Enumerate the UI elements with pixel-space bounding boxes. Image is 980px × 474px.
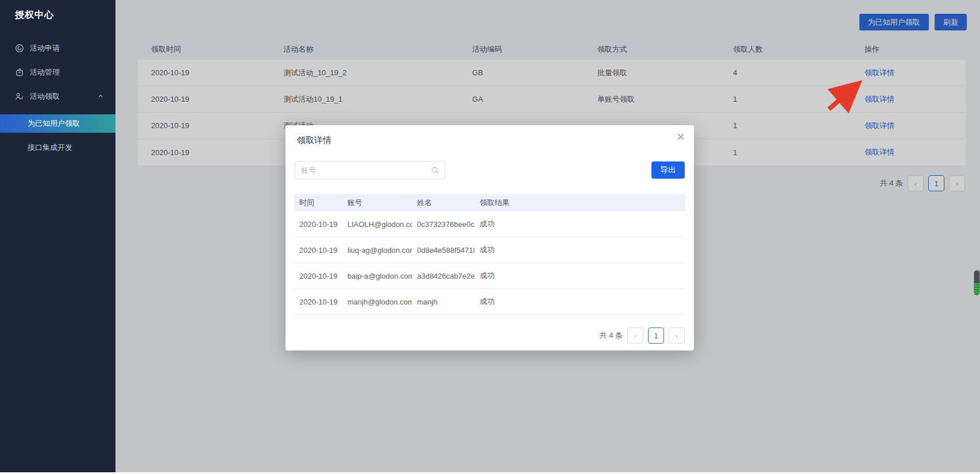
sidebar-item-activity-manage[interactable]: 活动管理 — [0, 60, 115, 84]
cell-time: 2020-10-19 — [294, 272, 342, 280]
col-header-name: 姓名 — [412, 198, 474, 208]
search-icon[interactable] — [431, 166, 439, 175]
main-content: 为已知用户领取 刷新 领取时间 活动名称 活动编码 领取方式 领取人数 操作 2… — [115, 0, 980, 472]
cell-account: LIAOLH@glodon.com — [342, 220, 412, 229]
export-button[interactable]: 导出 — [651, 161, 685, 179]
sidebar-item-label: 活动管理 — [30, 67, 60, 78]
modal-table-row: 2020-10-19 baip-a@glodon.com a3d8426cab7… — [294, 263, 685, 289]
modal-title: 领取详情 — [285, 125, 694, 146]
col-header-time: 时间 — [294, 198, 342, 208]
close-icon[interactable]: × — [677, 130, 685, 144]
col-header-result: 领取结果 — [474, 198, 685, 208]
cell-result: 成功 — [474, 245, 685, 255]
cell-name: 0c3732376bee0cbe — [412, 220, 474, 229]
cell-name: a3d8426cab7e2e7e — [412, 272, 474, 280]
scrollbar-thumb[interactable] — [974, 270, 980, 295]
cell-account: liuq-ag@glodon.com — [342, 246, 412, 255]
cell-result: 成功 — [474, 271, 685, 281]
cell-name: 0d8e4e588f547185 — [412, 246, 474, 255]
claim-detail-modal: 领取详情 × 导出 时间 账号 姓名 领取结果 20 — [285, 125, 694, 350]
col-header-account: 账号 — [342, 198, 412, 208]
cell-time: 2020-10-19 — [294, 246, 342, 255]
activity-manage-icon — [15, 68, 24, 77]
activity-claim-icon — [15, 92, 24, 101]
cell-result: 成功 — [474, 219, 685, 229]
modal-table-row: 2020-10-19 liuq-ag@glodon.com 0d8e4e588f… — [294, 237, 685, 263]
sidebar-menu: 活动申请 活动管理 活动领取 — [0, 36, 115, 157]
prev-page-button[interactable]: ‹ — [627, 327, 643, 344]
modal-table-row: 2020-10-19 LIAOLH@glodon.com 0c3732376be… — [294, 211, 685, 237]
sidebar-item-activity-claim[interactable]: 活动领取 — [0, 84, 115, 109]
cell-time: 2020-10-19 — [294, 220, 342, 229]
cell-time: 2020-10-19 — [294, 298, 342, 306]
total-count-label: 共 4 条 — [600, 330, 623, 341]
modal-table-header: 时间 账号 姓名 领取结果 — [294, 194, 685, 211]
sidebar: 授权中心 活动申请 活动管理 — [0, 0, 115, 472]
chevron-up-icon[interactable] — [97, 93, 104, 101]
app-title: 授权中心 — [0, 0, 115, 21]
modal-table-row: 2020-10-19 manjh@glodon.com manjh 成功 — [294, 289, 685, 315]
claim-detail-table: 时间 账号 姓名 领取结果 2020-10-19 LIAOLH@glodon.c… — [294, 194, 685, 315]
next-page-button[interactable]: › — [669, 327, 685, 344]
scrollbar-stripes — [974, 283, 979, 295]
cell-result: 成功 — [474, 296, 685, 307]
cell-account: baip-a@glodon.com — [342, 272, 412, 280]
sidebar-item-activity-apply[interactable]: 活动申请 — [0, 36, 115, 60]
account-search-field — [295, 161, 445, 179]
sidebar-item-api-integration[interactable]: 接口集成开发 — [0, 138, 115, 157]
cell-account: manjh@glodon.com — [342, 298, 412, 306]
sidebar-item-label: 活动申请 — [30, 43, 60, 53]
sidebar-item-label: 活动领取 — [30, 91, 60, 102]
cell-name: manjh — [412, 298, 474, 306]
modal-pagination: 共 4 条 ‹ 1 › — [600, 327, 685, 344]
app-window: 授权中心 活动申请 活动管理 — [0, 0, 980, 474]
activity-apply-icon — [15, 44, 24, 53]
sidebar-item-claim-for-known-users[interactable]: 为已知用户领取 — [0, 114, 115, 133]
account-search-input[interactable] — [295, 161, 431, 179]
page-1-button[interactable]: 1 — [648, 327, 664, 344]
